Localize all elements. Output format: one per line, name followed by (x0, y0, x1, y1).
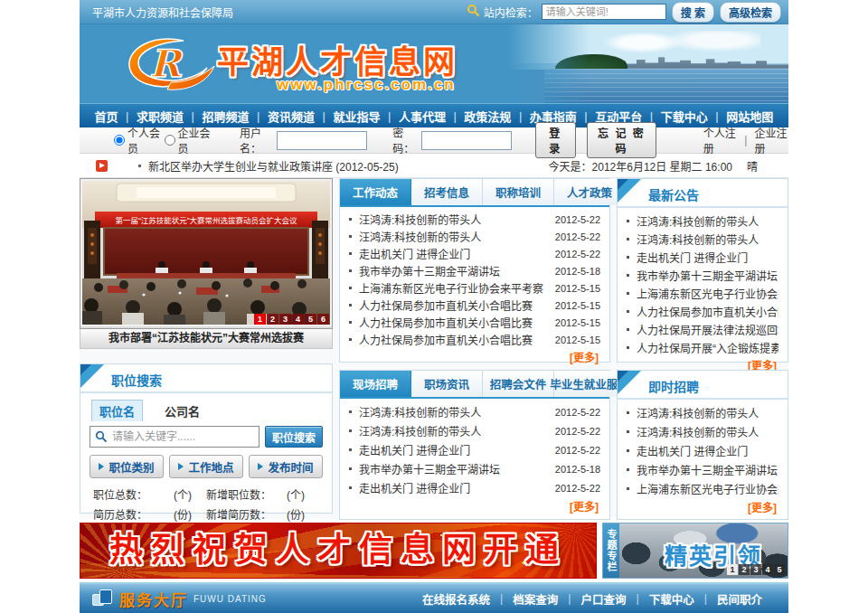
list-item[interactable]: 走出机关门 进得企业门 (627, 441, 778, 460)
bullet-icon (627, 220, 629, 222)
radio-input[interactable] (165, 135, 175, 146)
nav-item[interactable]: 网站地图 (726, 108, 773, 125)
tab-company-name[interactable]: 公司名 (157, 401, 207, 421)
password-input[interactable] (421, 131, 512, 150)
news-tab[interactable]: 毕业生就业服务 (554, 371, 626, 397)
weather-text: 晴 (747, 158, 758, 174)
pager-item[interactable]: 1 (727, 564, 738, 575)
more-link[interactable]: [更多] (340, 348, 609, 364)
nav-item[interactable]: 就业指导 (333, 108, 380, 125)
service-link[interactable]: 在线报名系统 (412, 590, 500, 608)
username-input[interactable] (277, 131, 367, 150)
news-tab[interactable]: 招聘会文件 (483, 371, 554, 397)
more-link[interactable]: [更多] (618, 498, 788, 514)
service-link[interactable]: 民间职介 (707, 590, 772, 608)
nav-item[interactable]: 招聘频道 (202, 108, 249, 125)
nav-item[interactable]: 下载中心 (661, 108, 708, 125)
celebration-banner[interactable]: 热烈祝贺人才信息网开通 (80, 523, 597, 579)
company-member-radio[interactable]: 企业会员 (165, 125, 212, 156)
pager-item[interactable]: 3 (750, 564, 761, 575)
register-link[interactable]: 个人注册 (703, 125, 738, 156)
site-search-button[interactable]: 搜 索 (672, 2, 714, 23)
list-item[interactable]: 上海浦东新区光电子行业协会来平考 (627, 479, 778, 498)
news-item[interactable]: 汪鸿涛:科技创新的带头人 2012-5-22 (349, 421, 600, 440)
news-tab[interactable]: 职称培训 (483, 179, 554, 205)
panel-title: 职位搜索 (111, 371, 162, 389)
news-item[interactable]: 汪鸿涛:科技创新的带头人 2012-5-22 (349, 402, 600, 421)
service-link[interactable]: 户口查询 (571, 590, 636, 608)
pager-item[interactable]: 5 (305, 314, 316, 325)
list-item[interactable]: 我市举办第十三期金平湖讲坛 (627, 266, 778, 284)
special-column-strip[interactable]: 专题专栏 (603, 523, 619, 578)
nav-item[interactable]: 政策法规 (464, 108, 511, 125)
pager-item[interactable]: 1 (254, 314, 266, 325)
login-button[interactable]: 登 录 (535, 122, 576, 158)
news-item[interactable]: 走出机关门 进得企业门 2012-5-22 (349, 478, 600, 497)
news-item[interactable]: 汪鸿涛:科技创新的带头人 2012-5-22 (349, 211, 600, 228)
carousel-caption[interactable]: 我市部署“江苏技能状元”大赛常州选拔赛 (80, 329, 333, 349)
news-item[interactable]: 上海浦东新区光电子行业协会来平考察 2012-5-15 (349, 279, 600, 297)
list-item[interactable]: 汪鸿涛:科技创新的带头人 (627, 403, 778, 422)
special-column-banner: 专题专栏 精英引领 12345 (602, 523, 788, 579)
bullet-icon (349, 338, 352, 341)
job-keyword-input[interactable] (90, 426, 259, 448)
news-date: 2012-5-15 (544, 317, 600, 328)
nav-item[interactable]: 人事代理 (399, 108, 446, 125)
service-link[interactable]: 下载中心 (639, 590, 704, 608)
bullet-icon (349, 252, 352, 255)
news-item[interactable]: 人力社保局参加市直机关小合唱比赛 2012-5-15 (349, 331, 600, 348)
news-tab[interactable]: 职场资讯 (411, 371, 483, 397)
news-title: 走出机关门 进得企业门 (359, 246, 544, 261)
nav-item[interactable]: 首页 (95, 108, 118, 125)
news-tab[interactable]: 工作动态 (340, 179, 411, 205)
list-item[interactable]: 人力社保局开展“入企锻炼提素质” (627, 338, 778, 356)
list-item[interactable]: 上海浦东新区光电子行业协会来平考 (627, 284, 778, 302)
pager-item[interactable]: 2 (739, 564, 750, 575)
news-tab[interactable]: 现场招聘 (340, 371, 411, 397)
pager-item[interactable]: 5 (774, 564, 785, 575)
news-item[interactable]: 我市举办第十三期金平湖讲坛 2012-5-18 (349, 459, 600, 478)
nav-item[interactable]: 资讯频道 (268, 108, 315, 125)
advanced-search-button[interactable]: 高级检索 (720, 2, 781, 23)
special-column-photo[interactable]: 精英引领 12345 (619, 523, 788, 578)
register-link[interactable]: 企业注册 (754, 125, 788, 156)
tab-position-name[interactable]: 职位名 (91, 400, 143, 421)
pager-item[interactable]: 3 (279, 314, 291, 325)
radio-input[interactable] (114, 135, 125, 146)
magnifier-icon (95, 430, 108, 447)
photo-carousel[interactable]: 第一届“江苏技能状元”大赛常州选拔赛动员会扩大会议 (80, 178, 333, 329)
filter-button[interactable]: 职位类别 (90, 455, 164, 478)
job-search-button[interactable]: 职位搜索 (265, 426, 323, 448)
news-date: 2012-5-22 (544, 249, 600, 259)
news-tab[interactable]: 人才政策 (554, 179, 626, 205)
ticker-item[interactable]: 新北区举办大学生创业与就业政策讲座 (2012-05-25) (148, 158, 399, 174)
pager-item[interactable]: 6 (317, 314, 329, 325)
forgot-password-button[interactable]: 忘 记 密 码 (587, 122, 656, 158)
nav-item[interactable]: 求职频道 (137, 108, 184, 125)
panel-title: 即时招聘 (648, 377, 699, 395)
list-item[interactable]: 人力社保局开展法律法规巡回培训 (627, 320, 778, 338)
pager-item[interactable]: 4 (762, 564, 773, 575)
filter-button[interactable]: 工作地点 (169, 455, 243, 478)
news-item[interactable]: 人力社保局参加市直机关小合唱比赛 2012-5-15 (349, 314, 600, 331)
service-link[interactable]: 档案查询 (503, 590, 568, 608)
personal-member-radio[interactable]: 个人会员 (114, 125, 161, 156)
list-item[interactable]: 汪鸿涛:科技创新的带头人 (627, 212, 778, 230)
list-item[interactable]: 汪鸿涛:科技创新的带头人 (627, 422, 778, 441)
news-item[interactable]: 我市举办第十三期金平湖讲坛 2012-5-18 (349, 262, 600, 279)
list-item[interactable]: 人力社保局参加市直机关小合唱比赛 (627, 302, 778, 320)
news-item[interactable]: 走出机关门 进得企业门 2012-5-22 (349, 440, 600, 459)
more-link[interactable]: [更多] (340, 497, 609, 514)
pager-item[interactable]: 4 (292, 314, 304, 325)
filter-button[interactable]: 发布时间 (249, 455, 323, 478)
list-item[interactable]: 走出机关门 进得企业门 (627, 248, 778, 266)
list-item[interactable]: 汪鸿涛:科技创新的带头人 (627, 230, 778, 248)
site-search-input[interactable] (542, 4, 666, 20)
main-content: 第一届“江苏技能状元”大赛常州选拔赛动员会扩大会议 (80, 177, 788, 519)
pager-item[interactable]: 2 (267, 314, 278, 325)
news-item[interactable]: 汪鸿涛:科技创新的带头人 2012-5-22 (349, 228, 600, 245)
news-item[interactable]: 走出机关门 进得企业门 2012-5-22 (349, 245, 600, 262)
list-item[interactable]: 我市举办第十三期金平湖讲坛 (627, 460, 778, 479)
news-item[interactable]: 人力社保局参加市直机关小合唱比赛 2012-5-15 (349, 297, 600, 314)
news-tab[interactable]: 招考信息 (411, 179, 483, 205)
